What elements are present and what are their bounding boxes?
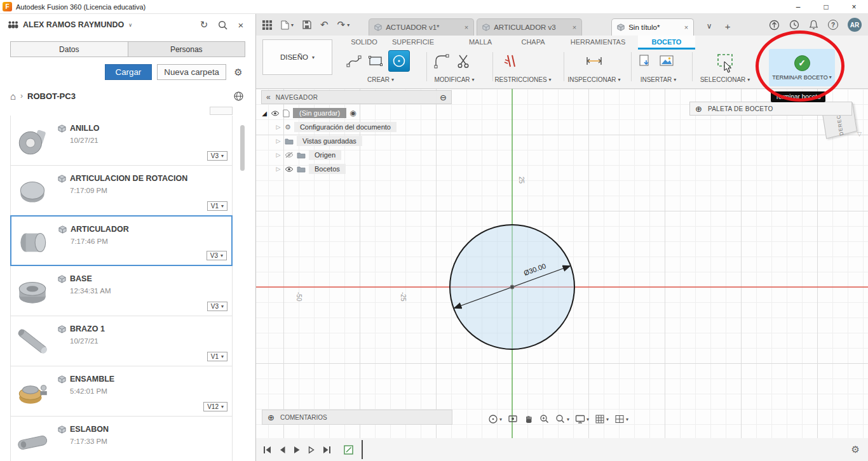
job-status-icon[interactable] <box>769 20 780 30</box>
step-forward-button[interactable] <box>308 445 315 455</box>
expand-closed-icon[interactable]: ▷ <box>275 152 281 158</box>
visibility-eye-icon[interactable] <box>285 166 294 172</box>
close-tab-icon[interactable]: × <box>573 23 576 31</box>
new-document-button[interactable]: + <box>720 19 735 33</box>
project-name[interactable]: ROBOT-PC3 <box>27 91 76 101</box>
select-menu[interactable]: SELECCIONAR▾ <box>700 76 750 83</box>
expand-closed-icon[interactable]: ▷ <box>275 166 281 172</box>
expand-open-icon[interactable]: ◢ <box>261 110 268 117</box>
list-item[interactable]: ARTICULACION DE ROTACION 7:17:09 PM V1▾ <box>10 165 233 216</box>
version-badge[interactable]: V12▾ <box>203 402 227 411</box>
viewports-icon[interactable]: ▾ <box>614 414 628 424</box>
tab-datos[interactable]: Datos <box>11 42 128 57</box>
version-badge[interactable]: V1▾ <box>207 201 227 211</box>
measure-icon[interactable] <box>585 52 603 70</box>
list-item[interactable]: BRAZO 1 10/27/21 V1▾ <box>10 316 233 366</box>
close-tab-icon[interactable]: × <box>684 23 688 31</box>
workspace-selector[interactable]: DISEÑO▾ <box>262 39 332 75</box>
activate-component-radio[interactable]: ◉ <box>349 109 356 117</box>
expand-closed-icon[interactable]: ▷ <box>275 138 281 144</box>
browser-row[interactable]: ▷ Origen <box>275 150 452 160</box>
orbit-icon[interactable]: ▾ <box>488 414 502 424</box>
constraints-menu[interactable]: RESTRICCIONES▾ <box>494 76 551 83</box>
insert-icon[interactable] <box>636 52 654 70</box>
data-panel-toggle-icon[interactable] <box>262 20 272 30</box>
undo-button[interactable]: ↶ <box>320 19 329 30</box>
view-cube-menu-icon[interactable]: ▽ <box>857 131 862 137</box>
go-to-start-button[interactable] <box>262 445 271 455</box>
constraints-icon[interactable] <box>501 52 519 70</box>
look-at-icon[interactable] <box>508 414 518 424</box>
file-menu[interactable]: ▾ <box>281 20 294 30</box>
minimize-panel-icon[interactable]: ⊖ <box>440 93 447 102</box>
display-settings-icon[interactable]: ▾ <box>575 414 589 424</box>
sketch-palette-bar[interactable]: ⊕ PALETA DE BOCETO <box>689 102 852 116</box>
version-badge[interactable]: V3▾ <box>207 251 227 260</box>
tab-boceto[interactable]: BOCETO <box>638 36 695 50</box>
minimize-button[interactable]: – <box>784 0 812 13</box>
go-to-end-button[interactable] <box>322 445 331 455</box>
tab-personas[interactable]: Personas <box>128 42 245 57</box>
list-item-selected[interactable]: ARTICULADOR 7:17:46 PM V3▾ <box>10 215 233 266</box>
gear-icon[interactable]: ⚙ <box>231 65 245 79</box>
tab-malla[interactable]: MALLA <box>452 36 509 50</box>
close-panel-icon[interactable]: × <box>234 18 248 32</box>
select-box-icon[interactable] <box>716 51 734 69</box>
fit-icon[interactable]: ▾ <box>555 414 569 424</box>
list-item[interactable]: ANILLO 10/27/21 V3▾ <box>10 116 233 166</box>
maximize-button[interactable]: □ <box>812 0 840 13</box>
trim-tool-icon[interactable] <box>454 52 472 70</box>
insert-menu[interactable]: INSERTAR▾ <box>641 76 677 83</box>
timeline-settings-gear-icon[interactable]: ⚙ <box>851 444 860 455</box>
list-item[interactable]: ENSAMBLE 5:42:01 PM V12▾ <box>10 366 233 417</box>
version-badge[interactable]: V1▾ <box>207 352 227 361</box>
expand-palette-icon[interactable]: ⊕ <box>695 104 702 114</box>
globe-icon[interactable] <box>231 89 245 103</box>
finish-sketch-button[interactable]: ✓ TERMINAR BOCETO▾ <box>769 49 835 86</box>
avatar[interactable]: AR <box>848 18 862 32</box>
user-menu[interactable]: ALEX RAMOS RAYMUNDO <box>23 20 124 29</box>
close-tab-icon[interactable]: × <box>465 23 468 31</box>
version-badge[interactable]: V3▾ <box>207 302 227 311</box>
document-tab[interactable]: ARTICULADOR v3 × <box>477 18 582 36</box>
version-badge[interactable]: V3▾ <box>207 151 227 161</box>
document-tab-active[interactable]: Sin título* × <box>611 18 694 36</box>
tab-list-dropdown[interactable]: ∨ <box>702 19 717 33</box>
step-back-button[interactable] <box>278 445 286 455</box>
browser-row[interactable]: ▷ ⚙ Configuración del documento <box>275 122 452 132</box>
zoom-icon[interactable] <box>539 414 550 424</box>
visibility-eye-icon[interactable] <box>271 110 280 116</box>
list-item[interactable]: BASE 12:34:31 AM V3▾ <box>10 265 233 316</box>
clock-icon[interactable] <box>789 20 799 30</box>
circle-center-point[interactable] <box>510 285 514 289</box>
circle-tool-icon-active[interactable] <box>388 50 410 72</box>
help-icon[interactable]: ? <box>828 20 838 30</box>
visibility-off-eye-icon[interactable] <box>285 152 294 158</box>
rectangle-tool-icon[interactable] <box>367 52 384 70</box>
unsaved-document-label[interactable]: (Sin guardar) <box>293 108 346 118</box>
browser-row[interactable]: ▷ Bocetos <box>275 164 452 174</box>
document-tab[interactable]: ACTUADOR v1* × <box>369 18 474 36</box>
upload-button[interactable]: Cargar <box>105 64 153 80</box>
canvas-image-icon[interactable] <box>658 52 675 70</box>
tab-superficie[interactable]: SUPERFICIE <box>384 36 442 50</box>
browser-row[interactable]: ▷ Vistas guardadas <box>275 136 452 146</box>
play-button[interactable] <box>293 445 301 455</box>
refresh-icon[interactable]: ↻ <box>197 18 211 32</box>
sketch-canvas[interactable]: Ø30.00 25 -50 -25 « NAVEGADOR ⊖ ◢ (Sin g… <box>256 89 868 438</box>
close-button[interactable]: × <box>840 0 868 13</box>
browser-header[interactable]: « NAVEGADOR ⊖ <box>261 90 452 104</box>
timeline-marker[interactable] <box>362 440 363 459</box>
notifications-bell-icon[interactable] <box>809 20 818 30</box>
tab-herramientas[interactable]: HERRAMIENTAS <box>569 36 627 50</box>
list-item[interactable]: ESLABON 7:17:33 PM <box>10 416 233 461</box>
tab-chapa[interactable]: CHAPA <box>505 36 562 50</box>
grid-snaps-icon[interactable]: ▾ <box>595 414 609 424</box>
fillet-tool-icon[interactable] <box>433 52 451 70</box>
save-button[interactable] <box>302 20 311 29</box>
modify-menu[interactable]: MODIFICAR▾ <box>434 76 474 83</box>
line-tool-icon[interactable] <box>345 52 363 70</box>
expand-closed-icon[interactable]: ▷ <box>275 124 281 130</box>
pan-hand-icon[interactable] <box>524 415 534 424</box>
add-comment-icon[interactable]: ⊕ <box>268 413 275 422</box>
